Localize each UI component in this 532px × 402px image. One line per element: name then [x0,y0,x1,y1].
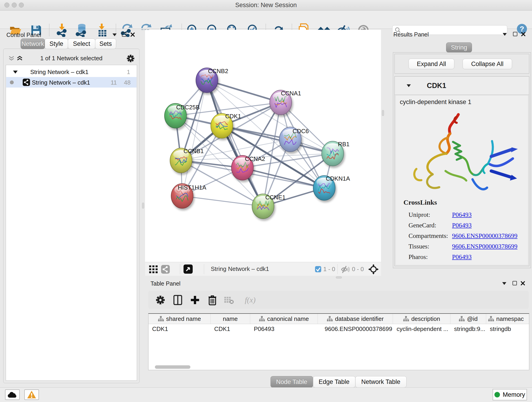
float-panel-button[interactable] [513,281,517,285]
crosslink-label: Pharos: [404,253,452,261]
cell-description[interactable]: cyclin-dependent ... [393,324,450,334]
close-panel-button[interactable] [520,32,526,37]
tab-select[interactable]: Select [68,38,95,49]
crosslink-label: GeneCard: [404,222,452,229]
crosslink-link[interactable]: P06493 [452,211,472,218]
tab-network[interactable]: Network [21,38,45,49]
zoom-window-button[interactable] [19,2,24,7]
tab-string[interactable]: String [446,42,472,52]
control-panel: Control Panel Network Style Select Sets … [1,30,141,385]
add-column-button[interactable] [190,295,200,305]
crosslink-label: Compartments: [404,232,452,240]
tab-style[interactable]: Style [45,38,68,49]
network-edge-count: 48 [124,79,131,86]
hidden-eye-slash-icon[interactable] [341,265,350,273]
table-options-button[interactable] [155,295,166,305]
table-row[interactable]: CDK1 CDK1 P06493 9606.ENSP00000378699 cy… [148,324,529,334]
left-splitter[interactable] [141,30,145,386]
delete-table-button[interactable] [224,295,234,305]
protein-name: CDK1 [427,82,446,90]
attribute-icon [459,316,465,322]
edge-CCNB2-CCNA1[interactable] [207,80,281,102]
table-panel-title: Table Panel [151,280,181,287]
tab-sets[interactable]: Sets [95,38,116,49]
title-bar: Session: New Session [0,0,532,11]
column-header-namespace[interactable]: namespac [486,314,529,324]
function-builder-button[interactable]: f(x) [241,295,259,305]
column-header-canonical-name[interactable]: canonical name [250,314,318,324]
protein-entry: CDK1 cyclin-dependent kinase 1 [394,76,529,266]
delete-column-button[interactable] [207,295,218,305]
right-splitter-handle[interactable] [382,110,384,116]
cell-database-identifier[interactable]: 9606.ENSP00000378699 [318,324,393,334]
right-splitter[interactable] [381,30,385,279]
edge-CCNB2-HIST1H1A[interactable] [182,80,207,196]
cell-namespace[interactable]: stringdb [486,324,529,334]
float-panel-button[interactable] [513,32,517,36]
collection-expand-caret-icon[interactable] [13,70,18,74]
share-view-icon[interactable] [161,265,170,274]
collapse-all-button[interactable]: Collapse All [462,59,512,69]
network-node-count: 11 [111,79,117,86]
cell-id[interactable]: stringdb:9... [450,324,486,334]
column-header-id[interactable]: @id [450,314,486,324]
left-splitter-handle[interactable] [142,203,144,209]
node-label-CCNB1: CCNB1 [184,148,204,154]
node-label-CCNE1: CCNE1 [265,194,285,201]
external-view-icon[interactable] [184,264,193,274]
attribute-icon [259,316,265,322]
network-graph[interactable]: CCNB2CCNA1CDC25BCDK1CDC6RB1CCNB1CCNA2CDK… [145,30,381,262]
tab-edge-table[interactable]: Edge Table [313,376,355,388]
network-options-gear-icon[interactable] [127,54,135,63]
entry-collapse-caret-icon[interactable] [407,84,411,87]
table-toolbar: f(x) [148,291,529,309]
edge-CCNB2-CCNE1[interactable] [207,80,263,206]
view-toolbar-divider [337,264,338,274]
birdseye-grid-icon[interactable] [149,265,158,273]
crosslink-link[interactable]: 9606.ENSP00000378699 [452,243,517,250]
close-panel-button[interactable] [520,281,525,286]
edge-HIST1H1A-CCNE1[interactable] [182,196,263,206]
horizontal-scrollbar-thumb[interactable] [155,365,190,369]
cell-shared-name[interactable]: CDK1 [148,324,210,334]
cloud-status-button[interactable] [5,389,20,400]
memory-button[interactable]: Memory [493,389,527,400]
protein-description: cyclin-dependent kinase 1 [400,99,471,106]
column-header-name[interactable]: name [210,314,250,324]
expand-all-button[interactable]: Expand All [409,59,454,69]
crosslink-link[interactable]: P06493 [452,253,472,261]
show-columns-button[interactable] [172,295,183,305]
column-header-shared-name[interactable]: shared name [148,314,210,324]
warnings-button[interactable] [24,389,39,400]
crosslink-link[interactable]: 9606.ENSP00000378699 [452,232,517,240]
network-collection-row[interactable]: String Network – cdk1 1 [6,66,137,77]
minimize-window-button[interactable] [12,2,17,7]
cell-canonical-name[interactable]: P06493 [250,324,318,334]
network-row-selected[interactable]: String Network – cdk1 11 48 [6,77,137,88]
panel-menu-caret-icon[interactable] [502,282,506,285]
selected-counter: 1 - 0 [323,266,335,273]
cell-name[interactable]: CDK1 [210,324,250,334]
close-panel-button[interactable] [130,32,135,37]
panel-menu-caret-icon[interactable] [113,33,117,36]
selected-nodes-checkbox-icon[interactable] [315,266,321,272]
protein-structure-image [398,109,526,198]
main-toolbar: ? [0,11,532,29]
column-header-database-identifier[interactable]: database identifier [318,314,393,324]
tab-network-table[interactable]: Network Table [355,376,406,388]
crosslink-row: Pharos: P06493 [404,252,517,262]
close-window-button[interactable] [4,2,9,7]
float-panel-button[interactable] [122,32,126,37]
protein-entry-content: cyclin-dependent kinase 1 [395,95,528,265]
network-canvas[interactable]: CCNB2CCNA1CDC25BCDK1CDC6RB1CCNB1CCNA2CDK… [145,30,381,262]
tab-node-table[interactable]: Node Table [270,376,313,388]
birdseye-crosshair-icon[interactable] [368,264,379,274]
node-label-CCNA2: CCNA2 [245,155,265,162]
view-toolbar-divider [180,264,180,274]
crosslink-link[interactable]: P06493 [452,222,472,229]
panel-menu-caret-icon[interactable] [503,33,507,36]
string-results-container: Expand All Collapse All CDK1 cyclin-depe… [393,52,531,268]
bottom-splitter-handle[interactable] [336,276,342,279]
column-header-description[interactable]: description [393,314,450,324]
protein-entry-header[interactable]: CDK1 [395,77,529,95]
